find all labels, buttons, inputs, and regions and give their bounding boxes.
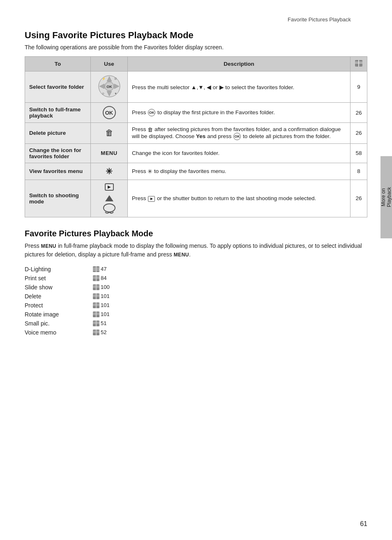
page: Favorite Pictures Playback Using Favorit… <box>0 0 392 540</box>
desc-full-frame-playback: Press OK to display the first picture in… <box>128 103 350 123</box>
svg-text:▼: ▼ <box>114 92 117 95</box>
book-icon <box>93 275 99 281</box>
use-ok: OK <box>91 103 128 123</box>
svg-text:⚡: ⚡ <box>102 77 106 81</box>
list-item: Small pic. 51 <box>25 319 367 328</box>
table-row: Change the icon for favorites folder MEN… <box>25 143 367 163</box>
header-title: Favorite Pictures Playback <box>288 16 351 23</box>
page-full-frame-playback: 26 <box>350 103 367 123</box>
use-dpad: OK ⚡ ☰ ⊙ ▼ <box>91 72 128 103</box>
book-icon <box>93 302 99 308</box>
item-label-slide-show: Slide show <box>25 284 90 291</box>
item-label-small-pic: Small pic. <box>25 320 90 327</box>
dpad-icon: OK ⚡ ☰ ⊙ ▼ <box>98 75 121 98</box>
ref-icon-voice-memo: 52 <box>93 329 106 335</box>
list-item: Rotate image 101 <box>25 310 367 319</box>
section1-title: Using Favorite Pictures Playback Mode <box>25 30 367 41</box>
item-label-delete: Delete <box>25 293 90 300</box>
book-icon <box>93 330 99 335</box>
list-item: Protect 101 <box>25 301 367 310</box>
section2-title: Favorite Pictures Playback Mode <box>25 229 367 238</box>
trash-inline-icon: 🗑 <box>148 127 153 133</box>
page-number: 61 <box>360 520 367 528</box>
desc-change-icon: Change the icon for favorites folder. <box>128 143 350 163</box>
desc-switch-shooting-mode: Press ▶ or the shutter button to return … <box>128 180 350 217</box>
to-view-favorites-menu: View favorites menu <box>25 163 91 180</box>
book-icon <box>93 284 99 290</box>
desc-view-favorites-menu: Press ✳ to display the favorites menu. <box>128 163 350 180</box>
side-tab-label: More on Playback <box>380 181 392 214</box>
ref-icon-delete: 101 <box>93 293 110 299</box>
to-switch-shooting-mode: Switch to shooting mode <box>25 180 91 217</box>
list-item: Print set 84 <box>25 274 367 283</box>
ok-icon: OK <box>103 106 116 119</box>
ref-icon-small-pic: 51 <box>93 320 106 326</box>
table-row: Delete picture 🗑 Press 🗑 after selecting… <box>25 123 367 144</box>
page-switch-shooting-mode: 26 <box>350 180 367 217</box>
svg-text:OK: OK <box>106 85 112 89</box>
star-icon: ✳ <box>106 167 113 176</box>
col-header-description: Description <box>128 57 350 72</box>
book-icon <box>93 266 99 272</box>
trash-icon: 🗑 <box>105 128 113 137</box>
section1-intro: The following operations are possible fr… <box>25 44 367 51</box>
play-inline-icon: ▶ <box>148 196 155 202</box>
page-delete-picture: 26 <box>350 123 367 144</box>
list-item: Slide show 100 <box>25 283 367 292</box>
desc-select-favorite-folder: Press the multi selector ▲,▼, ◀ or ▶ to … <box>128 72 350 103</box>
shutter-icon <box>101 193 118 214</box>
svg-marker-17 <box>105 195 113 201</box>
svg-text:⊙: ⊙ <box>102 92 104 95</box>
page-header: Favorite Pictures Playback <box>25 16 367 23</box>
ref-icon-print-set: 84 <box>93 275 106 281</box>
svg-point-18 <box>104 204 115 212</box>
col-header-to: To <box>25 57 91 72</box>
menu-list: D-Lighting 47 Print set 84 Slide show 10… <box>25 265 367 337</box>
table-row: View favorites menu ✳ Press ✳ to display… <box>25 163 367 180</box>
intro-menu-tag: MENU <box>41 243 56 249</box>
ref-book-icon <box>355 60 363 67</box>
desc-delete-picture: Press 🗑 after selecting pictures from th… <box>128 123 350 144</box>
to-delete-picture: Delete picture <box>25 123 91 144</box>
ok-inline-icon: OK <box>148 109 155 116</box>
page-select-favorite-folder: 9 <box>350 72 367 103</box>
list-item: Voice memo 52 <box>25 328 367 337</box>
intro-part2: in full-frame playback mode to display t… <box>25 242 362 258</box>
intro-end: . <box>189 251 191 258</box>
ref-icon-rotate: 101 <box>93 311 110 317</box>
item-label-print-set: Print set <box>25 275 90 282</box>
use-trash: 🗑 <box>91 123 128 144</box>
book-icon <box>93 321 99 326</box>
svg-text:☰: ☰ <box>114 77 117 80</box>
to-full-frame-playback: Switch to full-frame playback <box>25 103 91 123</box>
item-label-d-lighting: D-Lighting <box>25 266 90 272</box>
page-change-icon: 58 <box>350 143 367 163</box>
section2-intro: Press MENU in full-frame playback mode t… <box>25 242 367 259</box>
ref-icon-d-lighting: 47 <box>93 266 106 272</box>
to-change-icon: Change the icon for favorites folder <box>25 143 91 163</box>
table-row: Switch to full-frame playback OK Press O… <box>25 103 367 123</box>
page-view-favorites-menu: 8 <box>350 163 367 180</box>
ref-icon-slide-show: 100 <box>93 284 110 290</box>
item-label-rotate: Rotate image <box>25 311 90 318</box>
item-label-protect: Protect <box>25 302 90 309</box>
menu-text-icon: MENU <box>101 150 117 156</box>
stacked-icons: ▶ <box>95 183 123 214</box>
operations-table: To Use Description <box>25 56 367 217</box>
list-item: D-Lighting 47 <box>25 265 367 274</box>
ref-icon-protect: 101 <box>93 302 110 308</box>
intro-part1: Press <box>25 242 39 249</box>
book-icon <box>93 312 99 317</box>
intro-menu-tag2: MENU <box>174 252 189 258</box>
to-select-favorite-folder: Select favorite folder <box>25 72 91 103</box>
use-menu: MENU <box>91 143 128 163</box>
use-playback-shutter: ▶ <box>91 180 128 217</box>
table-row: Select favorite folder OK <box>25 72 367 103</box>
use-star: ✳ <box>91 163 128 180</box>
list-item: Delete 101 <box>25 292 367 301</box>
table-row: Switch to shooting mode ▶ Pr <box>25 180 367 217</box>
book-icon <box>93 293 99 299</box>
col-header-use: Use <box>91 57 128 72</box>
col-header-page <box>350 57 367 72</box>
star-inline-icon: ✳ <box>148 168 152 175</box>
